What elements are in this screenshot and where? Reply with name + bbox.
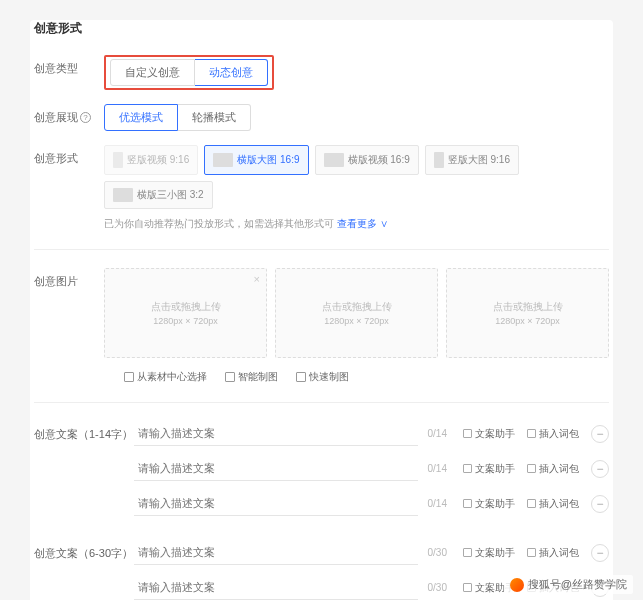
see-more-link[interactable]: 查看更多 ∨ — [337, 218, 388, 229]
copy-input[interactable] — [134, 575, 418, 600]
highlight-box: 自定义创意 动态创意 — [104, 55, 274, 90]
copy-input-row: 0/14文案助手插入词包− — [134, 421, 609, 446]
row-copy-short: 创意文案（1-14字） 0/14文案助手插入词包−0/14文案助手插入词包−0/… — [34, 421, 609, 526]
flash-icon — [296, 372, 306, 382]
copy-assistant-button[interactable]: 文案助手 — [457, 427, 521, 441]
help-icon[interactable]: ? — [80, 112, 91, 123]
insert-word-button[interactable]: 插入词包 — [521, 497, 585, 511]
label-copy-short: 创意文案（1-14字） — [34, 421, 134, 442]
row-display-mode: 创意展现 ? 优选模式 轮播模式 — [34, 104, 609, 131]
label-creative-form: 创意形式 — [34, 145, 104, 166]
ai-icon — [225, 372, 235, 382]
insert-word-button[interactable]: 插入词包 — [521, 427, 585, 441]
upload-box-1[interactable]: × 点击或拖拽上传 1280px × 720px — [104, 268, 267, 358]
row-creative-form: 创意形式 竖版视频 9:16 横版大图 16:9 横版视频 16:9 — [34, 145, 609, 231]
close-icon[interactable]: × — [254, 273, 260, 285]
assistant-icon — [463, 548, 472, 557]
assistant-icon — [463, 429, 472, 438]
copy-input[interactable] — [134, 540, 418, 565]
format-three-small[interactable]: 横版三小图 3:2 — [104, 181, 213, 209]
insert-word-button[interactable]: 插入词包 — [521, 546, 585, 560]
remove-row-button[interactable]: − — [591, 495, 609, 513]
tab-optimal-mode[interactable]: 优选模式 — [104, 104, 178, 131]
remove-row-button[interactable]: − — [591, 544, 609, 562]
copy-input-row: 0/14文案助手插入词包− — [134, 456, 609, 481]
divider — [34, 249, 609, 250]
copy-input-row: 0/14文案助手插入词包− — [134, 491, 609, 516]
char-count: 0/30 — [418, 547, 457, 558]
watermark: 搜狐号@丝路赞学院 — [504, 575, 633, 594]
image-tools: 从素材中心选择 智能制图 快速制图 — [104, 370, 609, 384]
format-thumb-icon — [113, 152, 123, 168]
tab-custom-creative[interactable]: 自定义创意 — [110, 59, 195, 86]
copy-assistant-button[interactable]: 文案助手 — [457, 462, 521, 476]
copy-input[interactable] — [134, 421, 418, 446]
row-creative-image: 创意图片 × 点击或拖拽上传 1280px × 720px 点击或拖拽上传 12… — [34, 268, 609, 384]
sohu-logo-icon — [510, 578, 524, 592]
section-title-form: 创意形式 — [34, 20, 609, 37]
insert-icon — [527, 429, 536, 438]
format-thumb-icon — [434, 152, 444, 168]
upload-box-3[interactable]: 点击或拖拽上传 1280px × 720px — [446, 268, 609, 358]
copy-input[interactable] — [134, 491, 418, 516]
format-hint: 已为你自动推荐热门投放形式，如需选择其他形式可 查看更多 ∨ — [104, 217, 609, 231]
tab-carousel-mode[interactable]: 轮播模式 — [178, 104, 251, 131]
copy-assistant-button[interactable]: 文案助手 — [457, 497, 521, 511]
remove-row-button[interactable]: − — [591, 425, 609, 443]
format-horizontal-video[interactable]: 横版视频 16:9 — [315, 145, 419, 175]
insert-icon — [527, 499, 536, 508]
label-creative-image: 创意图片 — [34, 268, 104, 289]
tool-quick-image[interactable]: 快速制图 — [296, 370, 349, 384]
char-count: 0/14 — [418, 463, 457, 474]
char-count: 0/14 — [418, 498, 457, 509]
row-creative-type: 创意类型 自定义创意 动态创意 — [34, 55, 609, 90]
format-thumb-icon — [113, 188, 133, 202]
upload-box-2[interactable]: 点击或拖拽上传 1280px × 720px — [275, 268, 438, 358]
format-horizontal-large[interactable]: 横版大图 16:9 — [204, 145, 308, 175]
tool-material-center[interactable]: 从素材中心选择 — [124, 370, 207, 384]
insert-word-button[interactable]: 插入词包 — [521, 462, 585, 476]
char-count: 0/30 — [418, 582, 457, 593]
tab-dynamic-creative[interactable]: 动态创意 — [195, 59, 268, 86]
insert-icon — [527, 548, 536, 557]
assistant-icon — [463, 464, 472, 473]
divider — [34, 402, 609, 403]
label-copy-long: 创意文案（6-30字） — [34, 540, 134, 561]
insert-icon — [527, 464, 536, 473]
assistant-icon — [463, 583, 472, 592]
remove-row-button[interactable]: − — [591, 460, 609, 478]
label-creative-type: 创意类型 — [34, 55, 104, 76]
format-list: 竖版视频 9:16 横版大图 16:9 横版视频 16:9 竖版大图 9:16 — [104, 145, 609, 209]
assistant-icon — [463, 499, 472, 508]
copy-input[interactable] — [134, 456, 418, 481]
tool-smart-image[interactable]: 智能制图 — [225, 370, 278, 384]
library-icon — [124, 372, 134, 382]
format-thumb-icon — [213, 153, 233, 167]
copy-input-row: 0/30文案助手插入词包− — [134, 540, 609, 565]
copy-assistant-button[interactable]: 文案助手 — [457, 546, 521, 560]
char-count: 0/14 — [418, 428, 457, 439]
label-display-mode: 创意展现 ? — [34, 104, 104, 125]
format-vertical-large[interactable]: 竖版大图 9:16 — [425, 145, 519, 175]
format-thumb-icon — [324, 153, 344, 167]
format-vertical-video[interactable]: 竖版视频 9:16 — [104, 145, 198, 175]
